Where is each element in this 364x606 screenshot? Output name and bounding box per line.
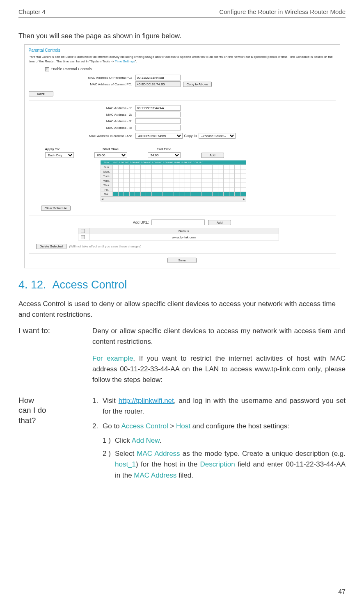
mac-parental-input[interactable]	[135, 75, 181, 80]
end-time-select[interactable]: 24:00	[148, 152, 181, 158]
ss-desc: Parental Controls can be used to adminis…	[29, 55, 336, 64]
iwant-block: I want to: Deny or allow specific client…	[18, 326, 346, 391]
copy-to-select[interactable]: --Please Select--	[199, 133, 236, 139]
mac-lan-select[interactable]: 40:8D:5C:89:74:B5	[135, 133, 183, 139]
add-new-term: Add New	[132, 437, 160, 444]
how-label: How can I do that?	[18, 396, 92, 487]
how-block: How can I do that? 1. Visit http://tplin…	[18, 396, 346, 487]
mac3-input[interactable]	[135, 118, 181, 124]
how-content: 1. Visit http://tplinkwifi.net, and log …	[92, 396, 346, 487]
day-fri: Fri.	[101, 188, 113, 192]
substeps-list: 1 ) Click Add New. 2 ) Select MAC Addres…	[103, 435, 346, 481]
step-1-num: 1.	[92, 396, 103, 417]
intro-text: Then you will see the page as shown in f…	[18, 32, 346, 40]
host1-term: host_1	[115, 460, 136, 468]
save-row-1: Save	[29, 91, 336, 96]
delete-selected-button[interactable]: Delete Selected	[36, 244, 66, 249]
mac3-label: MAC Address - 3:	[29, 119, 135, 123]
day-sun: Sun.	[101, 165, 113, 169]
ss-title: Parental Controls	[29, 48, 336, 53]
add-url-label: Add URL:	[133, 220, 149, 224]
mac-current-row: MAC Address of Current PC: Copy to Above	[29, 81, 336, 87]
time-settings-link[interactable]: Time Settings	[115, 59, 135, 63]
ss-desc-end: ".	[135, 59, 137, 63]
tplinkwifi-link[interactable]: http://tplinkwifi.net	[119, 397, 174, 405]
save-button-2[interactable]: Save	[167, 258, 196, 263]
mac2-label: MAC Address - 2:	[29, 113, 135, 117]
description-term: Description	[200, 460, 235, 468]
save-button-1[interactable]: Save	[29, 91, 53, 96]
chapter-title: Configure the Router in Wireless Router …	[219, 8, 346, 15]
add-url-button[interactable]: Add	[208, 220, 231, 225]
mac-current-input[interactable]	[135, 81, 181, 87]
delete-note: (Will not take effect until you save the…	[69, 245, 142, 248]
clear-schedule-button[interactable]: Clear Schedule	[41, 206, 71, 211]
day-wed: Wed.	[101, 178, 113, 183]
enable-row: Enable Parental Controls	[45, 67, 336, 71]
chapter-label: Chapter 4	[18, 8, 46, 15]
end-time-label: End Time	[148, 147, 181, 151]
copy-above-button[interactable]: Copy to Above	[183, 82, 212, 87]
step-2: 2. Go to Access Control > Host and confi…	[92, 421, 346, 483]
details-header: Details	[89, 228, 279, 234]
apply-to-select[interactable]: Each Day	[45, 152, 74, 158]
substep-1-num: 1 )	[103, 435, 115, 446]
enable-label: Enable Parental Controls	[51, 67, 92, 71]
day-sat: Sat.	[101, 192, 113, 197]
save-row-2: Save	[29, 258, 336, 263]
substep-1-text: Click Add New.	[115, 435, 346, 446]
how-label-1: How	[18, 396, 34, 405]
example-lead: For example	[92, 354, 133, 362]
mac1-input[interactable]	[135, 105, 181, 111]
start-time-select[interactable]: 00:00	[94, 152, 127, 158]
step-1: 1. Visit http://tplinkwifi.net, and log …	[92, 396, 346, 417]
mac4-label: MAC Address - 4:	[29, 126, 135, 130]
page-header: Chapter 4 Configure the Router in Wirele…	[18, 8, 346, 18]
step-2-num: 2.	[92, 421, 103, 483]
mac-current-label: MAC Address of Current PC:	[29, 82, 135, 86]
delete-row: Delete Selected (Will not take effect un…	[36, 244, 336, 249]
step-1-text: Visit http://tplinkwifi.net, and log in …	[103, 396, 346, 417]
divider-3	[29, 215, 336, 215]
add-url-input[interactable]	[151, 220, 205, 225]
apply-to-label: Apply To:	[45, 147, 74, 151]
iwant-content: Deny or allow specific client devices to…	[92, 326, 346, 391]
steps-list: 1. Visit http://tplinkwifi.net, and log …	[92, 396, 346, 483]
day-thu: Thur.	[101, 183, 113, 188]
section-heading: 4. 12.Access Control	[18, 279, 346, 291]
add-url-row: Add URL: Add	[29, 220, 336, 225]
schedule-scrollbar[interactable]: ◄►	[101, 197, 246, 201]
mac4-input[interactable]	[135, 125, 181, 130]
step-2-text: Go to Access Control > Host and configur…	[103, 421, 346, 483]
page-number: 47	[18, 587, 346, 596]
url-row-checkbox[interactable]	[81, 235, 85, 239]
section-intro: Access Control is used to deny or allow …	[18, 299, 346, 320]
example-text: For example, If you want to restrict the…	[92, 353, 346, 386]
mac-address-field-term: MAC Address	[134, 471, 176, 479]
ss-desc-text: Parental Controls can be used to adminis…	[29, 55, 333, 63]
add-schedule-button[interactable]: Add	[201, 153, 224, 158]
day-mon: Mon.	[101, 169, 113, 174]
substep-2-text: Select MAC Address as the mode type. Cre…	[115, 448, 346, 481]
divider-4	[29, 253, 336, 254]
iwant-text: Deny or allow specific client devices to…	[92, 326, 346, 348]
time-header: Time	[101, 160, 113, 165]
how-label-3: that?	[18, 416, 36, 425]
mac2-input[interactable]	[135, 112, 181, 117]
substep-2: 2 ) Select MAC Address as the mode type.…	[103, 448, 346, 481]
url-header-checkbox[interactable]	[81, 229, 85, 233]
start-time-label: Start Time	[94, 147, 127, 151]
mac-parental-row: MAC Address Of Parental PC:	[29, 75, 336, 80]
iwant-label: I want to:	[18, 326, 92, 391]
url-table: Details www.tp-link.com	[78, 228, 279, 240]
enable-checkbox[interactable]	[45, 67, 49, 71]
screenshot-panel: Parental Controls Parental Controls can …	[24, 44, 340, 268]
day-tue: Tues.	[101, 174, 113, 178]
substep-2-num: 2 )	[103, 448, 115, 481]
host-term: Host	[176, 422, 190, 430]
section-title: Access Control	[53, 279, 127, 291]
section-number: 4. 12.	[18, 279, 46, 291]
copy-to-label: Copy to	[184, 134, 197, 138]
mac-lan-label: MAC Address in current LAN:	[29, 134, 135, 138]
schedule-controls: Apply To: Each Day Start Time 00:00 End …	[45, 147, 336, 158]
